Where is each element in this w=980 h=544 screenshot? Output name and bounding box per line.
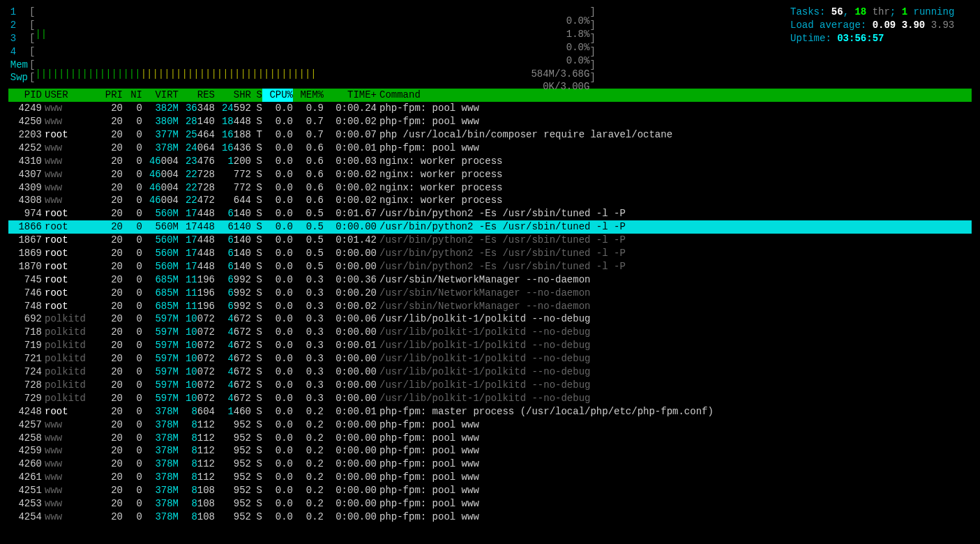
- process-row[interactable]: 4250www200380M2814018448S0.00.70:00.02ph…: [8, 115, 972, 128]
- top-meters-section: 1 [0.0%]2 [||1.8%]3 [0.0%]4 [0.0%]Mem[||…: [8, 6, 972, 84]
- process-row[interactable]: 719polkitd200597M100724672S0.00.30:00.01…: [8, 339, 972, 352]
- process-row[interactable]: 745root200685M111966992S0.00.30:00.36/us…: [8, 273, 972, 287]
- header-pri[interactable]: PRI: [98, 89, 123, 102]
- process-row[interactable]: 4251www200378M8108952S0.00.20:00.00php-f…: [8, 484, 972, 497]
- header-mem[interactable]: MEM%: [293, 89, 324, 102]
- process-row[interactable]: 692polkitd200597M100724672S0.00.30:00.06…: [8, 312, 972, 326]
- cpu-meter-2: 2 [||1.8%]: [8, 19, 776, 32]
- process-row[interactable]: 1870root200560M174486140S0.00.50:00.00/u…: [8, 260, 972, 273]
- process-row[interactable]: 728polkitd200597M100724672S0.00.30:00.00…: [8, 379, 972, 392]
- memory-meter: Mem[||||||||||||||||||||||||||||||||||||…: [8, 59, 776, 72]
- header-cpu-sorted[interactable]: CPU%: [262, 89, 293, 102]
- process-row[interactable]: 4252www200378M2406416436S0.00.60:00.01ph…: [8, 142, 972, 155]
- process-row[interactable]: 4254www200378M8108952S0.00.20:00.00php-f…: [8, 511, 972, 524]
- process-table[interactable]: 4249www200382M3634824592S0.00.90:00.24ph…: [8, 102, 972, 524]
- header-res[interactable]: RES: [179, 89, 215, 102]
- process-row[interactable]: 4257www200378M8112952S0.00.20:00.00php-f…: [8, 418, 972, 432]
- header-shr[interactable]: SHR: [215, 89, 251, 102]
- process-row[interactable]: 4261www200378M8112952S0.00.20:00.00php-f…: [8, 471, 972, 484]
- header-time[interactable]: TIME+: [324, 89, 377, 102]
- header-pid[interactable]: PID: [8, 89, 42, 102]
- system-stats: Tasks: 56, 18 thr; 1 running Load averag…: [776, 6, 972, 84]
- process-row[interactable]: 4308www2004600422472644S0.00.60:00.02ngi…: [8, 194, 972, 207]
- process-row[interactable]: 748root200685M111966992S0.00.30:00.02/us…: [8, 300, 972, 313]
- process-row[interactable]: 746root200685M111966992S0.00.30:00.20/us…: [8, 287, 972, 300]
- header-virt[interactable]: VIRT: [142, 89, 179, 102]
- process-table-header[interactable]: PID USER PRI NI VIRT RES SHR S CPU% MEM%…: [8, 89, 972, 102]
- process-row[interactable]: 729polkitd200597M100724672S0.00.30:00.00…: [8, 392, 972, 405]
- process-row[interactable]: 4259www200378M8112952S0.00.20:00.00php-f…: [8, 444, 972, 458]
- process-row[interactable]: 721polkitd200597M100724672S0.00.30:00.00…: [8, 352, 972, 365]
- header-user[interactable]: USER: [42, 89, 98, 102]
- process-row[interactable]: 4258www200378M8112952S0.00.20:00.00php-f…: [8, 432, 972, 445]
- process-row[interactable]: 4249www200382M3634824592S0.00.90:00.24ph…: [8, 102, 972, 115]
- process-row[interactable]: 974root200560M174486140S0.00.50:01.67/us…: [8, 207, 972, 220]
- header-ni[interactable]: NI: [123, 89, 142, 102]
- process-row[interactable]: 4253www200378M8108952S0.00.20:00.00php-f…: [8, 497, 972, 511]
- process-row[interactable]: 724polkitd200597M100724672S0.00.30:00.00…: [8, 365, 972, 379]
- process-row[interactable]: 4309www2004600422728772S0.00.60:00.02ngi…: [8, 181, 972, 195]
- tasks-line: Tasks: 56, 18 thr; 1 running: [790, 6, 972, 19]
- process-row[interactable]: 1867root200560M174486140S0.00.50:01.42/u…: [8, 234, 972, 247]
- load-line: Load average: 0.09 3.90 3.93: [790, 19, 972, 32]
- process-row[interactable]: 4248root200378M86041460S0.00.20:00.01php…: [8, 405, 972, 418]
- process-row[interactable]: 1866root200560M174486140S0.00.50:00.00/u…: [8, 220, 972, 234]
- process-row[interactable]: 4260www200378M8112952S0.00.20:00.00php-f…: [8, 458, 972, 471]
- header-state[interactable]: S: [251, 89, 262, 102]
- process-row[interactable]: 1869root200560M174486140S0.00.50:00.00/u…: [8, 247, 972, 260]
- process-row[interactable]: 718polkitd200597M100724672S0.00.30:00.00…: [8, 326, 972, 339]
- cpu-meter-3: 3 [0.0%]: [8, 32, 776, 45]
- process-row[interactable]: 4310www20046004234761200S0.00.60:00.03ng…: [8, 155, 972, 168]
- process-row[interactable]: 4307www2004600422728772S0.00.60:00.02ngi…: [8, 168, 972, 181]
- cpu-meter-1: 1 [0.0%]: [8, 6, 776, 19]
- cpu-meter-4: 4 [0.0%]: [8, 45, 776, 59]
- header-command[interactable]: Command: [377, 89, 972, 102]
- process-row[interactable]: 2203root200377M2546416188T0.00.70:00.07p…: [8, 128, 972, 142]
- uptime-line: Uptime: 03:56:57: [790, 32, 972, 45]
- resource-meters: 1 [0.0%]2 [||1.8%]3 [0.0%]4 [0.0%]Mem[||…: [8, 6, 776, 84]
